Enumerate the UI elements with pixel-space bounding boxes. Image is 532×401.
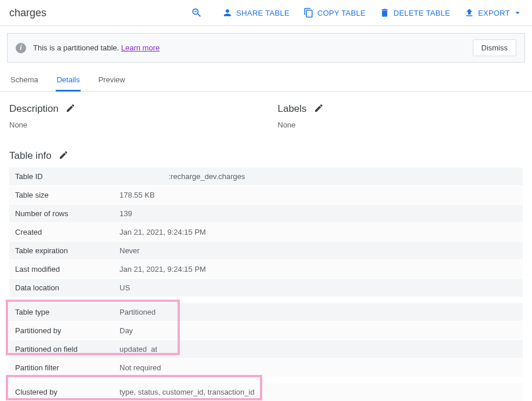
query-icon [191, 7, 202, 19]
partition-notice: i This is a partitioned table. Learn mor… [7, 33, 525, 63]
copy-label: COPY TABLE [317, 9, 365, 17]
row-created: Created Jan 21, 2021, 9:24:15 PM [9, 223, 523, 242]
row-expiration: Table expiration Never [9, 242, 523, 260]
table-info-section: Table info Table ID xxxxxxxxxxxxx:rechar… [9, 150, 523, 401]
edit-table-info-button[interactable] [59, 150, 68, 162]
labels-header: Labels [278, 103, 307, 115]
pencil-icon [59, 150, 68, 160]
row-num-rows: Number of rows 139 [9, 205, 523, 223]
tab-preview[interactable]: Preview [97, 70, 126, 92]
notice-text: This is a partitioned table. Learn more [33, 43, 473, 52]
description-value: None [9, 121, 255, 129]
row-table-type: Table type Partitioned [9, 303, 523, 322]
row-partitioned-field: Partitioned on field updated_at [9, 340, 523, 359]
export-icon [464, 8, 475, 18]
row-data-location: Data location US [9, 279, 523, 297]
row-last-modified: Last modified Jan 21, 2021, 9:24:15 PM [9, 260, 523, 279]
delete-label: DELETE TABLE [393, 9, 450, 17]
table-info-header: Table info [9, 150, 52, 162]
page-title: charges [9, 7, 189, 19]
description-section: Description None [9, 103, 255, 129]
edit-labels-button[interactable] [314, 103, 324, 115]
export-label: EXPORT [478, 9, 510, 17]
share-label: SHARE TABLE [236, 9, 289, 17]
row-clustered-by: Clustered by type, status, customer_id, … [9, 383, 523, 401]
delete-icon [379, 8, 390, 18]
header-actions: SHARE TABLE COPY TABLE DELETE TABLE EXPO… [189, 5, 523, 21]
edit-description-button[interactable] [66, 103, 75, 115]
description-header: Description [9, 103, 59, 115]
export-button[interactable]: EXPORT [464, 8, 523, 18]
tabs: Schema Details Preview [0, 70, 532, 92]
labels-value: None [278, 121, 523, 129]
page-header: charges SHARE TABLE COPY TABLE DELETE TA… [0, 0, 532, 26]
copy-table-button[interactable]: COPY TABLE [303, 8, 365, 18]
spacer [9, 377, 523, 383]
labels-section: Labels None [278, 103, 523, 129]
copy-icon [303, 8, 314, 18]
tab-details[interactable]: Details [56, 70, 81, 92]
chevron-down-icon [512, 8, 523, 18]
pencil-icon [66, 103, 75, 113]
dismiss-button[interactable]: Dismiss [473, 39, 517, 56]
content: Description None Labels None Table info [0, 92, 532, 401]
spacer [9, 297, 523, 303]
share-icon [222, 8, 233, 18]
row-table-id: Table ID xxxxxxxxxxxxx:recharge_dev.char… [9, 167, 523, 186]
info-rows: Table ID xxxxxxxxxxxxx:recharge_dev.char… [9, 167, 523, 401]
row-partition-filter: Partition filter Not required [9, 359, 523, 377]
share-table-button[interactable]: SHARE TABLE [222, 8, 289, 18]
row-partitioned-by: Partitioned by Day [9, 322, 523, 340]
learn-more-link[interactable]: Learn more [121, 43, 160, 52]
info-icon: i [16, 43, 26, 53]
row-table-size: Table size 178.55 KB [9, 186, 523, 205]
query-table-button[interactable] [189, 5, 208, 21]
delete-table-button[interactable]: DELETE TABLE [379, 8, 450, 18]
tab-schema[interactable]: Schema [9, 70, 39, 92]
pencil-icon [314, 103, 324, 113]
